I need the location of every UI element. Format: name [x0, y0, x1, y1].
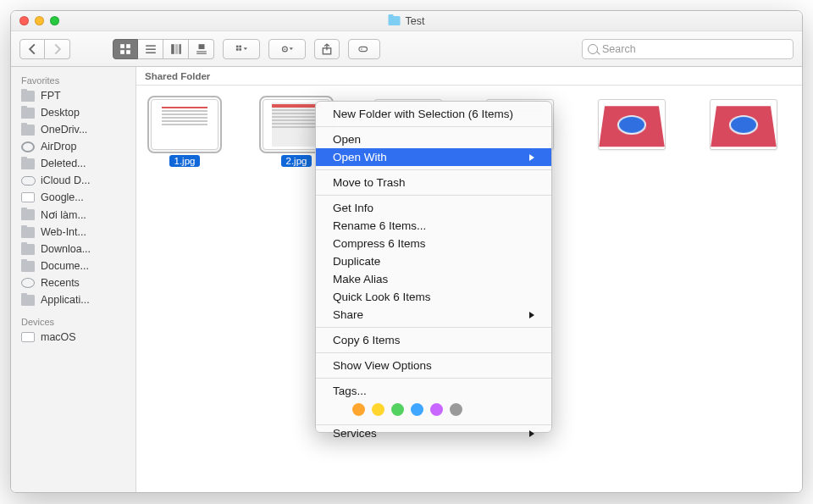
menu-open[interactable]: Open	[316, 130, 551, 148]
svg-rect-14	[239, 45, 241, 47]
folder-icon	[389, 16, 401, 25]
search-field[interactable]: Search	[582, 39, 794, 59]
menu-services[interactable]: Services	[316, 424, 551, 442]
tag-red[interactable]	[333, 403, 346, 416]
tag-green[interactable]	[391, 403, 404, 416]
sidebar: Favorites FPT Desktop OneDriv... AirDrop…	[11, 67, 136, 492]
folder-icon	[21, 108, 35, 119]
svg-rect-15	[236, 48, 239, 51]
folder-icon	[21, 158, 35, 169]
share-button[interactable]	[314, 39, 340, 59]
tag-colors-row	[316, 400, 551, 421]
sidebar-item-desktop[interactable]: Desktop	[11, 104, 136, 121]
search-placeholder: Search	[602, 43, 636, 55]
svg-point-18	[285, 48, 286, 50]
sidebar-item-onedrive[interactable]: OneDriv...	[11, 121, 136, 138]
tag-purple[interactable]	[430, 403, 443, 416]
fullscreen-icon[interactable]	[50, 16, 59, 25]
minimize-icon[interactable]	[35, 16, 44, 25]
sidebar-item-applications[interactable]: Applicati...	[11, 291, 136, 308]
menu-new-folder-selection[interactable]: New Folder with Selection (6 Items)	[316, 105, 551, 123]
separator	[316, 126, 551, 127]
icon-view-button[interactable]	[113, 39, 138, 59]
menu-rename[interactable]: Rename 6 Items...	[316, 217, 551, 235]
menu-show-view-options[interactable]: Show View Options	[316, 357, 551, 374]
coverflow-view-button[interactable]	[189, 39, 214, 59]
tag-gray[interactable]	[450, 403, 462, 416]
menu-get-info[interactable]: Get Info	[316, 199, 551, 217]
svg-rect-13	[236, 45, 239, 47]
sidebar-item-documents[interactable]: Docume...	[11, 258, 136, 274]
tags-button[interactable]	[348, 39, 380, 59]
svg-point-21	[361, 48, 362, 50]
sidebar-item-google[interactable]: Google...	[11, 189, 136, 206]
column-view-button[interactable]	[163, 39, 189, 59]
svg-rect-11	[196, 51, 207, 52]
svg-rect-9	[179, 44, 180, 54]
separator	[316, 352, 551, 353]
menu-duplicate[interactable]: Duplicate	[316, 252, 551, 270]
sidebar-item-airdrop[interactable]: AirDrop	[11, 138, 136, 155]
sidebar-item-places[interactable]: Nơi làm...	[11, 206, 136, 224]
svg-rect-2	[120, 50, 124, 54]
svg-rect-5	[146, 48, 156, 50]
tag-yellow[interactable]	[372, 403, 384, 416]
svg-rect-20	[359, 47, 368, 51]
separator	[316, 327, 551, 328]
separator: Services	[316, 424, 551, 425]
airdrop-icon	[21, 141, 35, 152]
sidebar-heading-devices: Devices	[11, 313, 136, 329]
list-view-button[interactable]	[138, 39, 163, 59]
svg-rect-7	[171, 44, 174, 54]
folder-icon	[21, 91, 35, 102]
back-button[interactable]	[19, 39, 45, 59]
sidebar-item-macos[interactable]: macOS	[11, 329, 136, 346]
tag-blue[interactable]	[411, 403, 423, 416]
path-header: Shared Folder	[136, 67, 802, 86]
menu-quick-look[interactable]: Quick Look 6 Items	[316, 288, 551, 306]
close-icon[interactable]	[19, 16, 29, 25]
sidebar-item-icloud[interactable]: iCloud D...	[11, 172, 136, 189]
sidebar-item-deleted[interactable]: Deleted...	[11, 155, 136, 172]
svg-rect-6	[146, 52, 156, 53]
nav-buttons	[19, 39, 70, 59]
menu-make-alias[interactable]: Make Alias	[316, 270, 551, 288]
tag-orange[interactable]	[352, 403, 365, 416]
clock-icon	[21, 278, 35, 288]
title-text: Test	[406, 15, 425, 27]
separator	[316, 195, 551, 196]
svg-rect-12	[196, 53, 207, 53]
svg-rect-4	[146, 45, 156, 47]
menu-compress[interactable]: Compress 6 Items	[316, 235, 551, 252]
menu-move-to-trash[interactable]: Move to Trash	[316, 174, 551, 191]
sidebar-item-fpt[interactable]: FPT	[11, 87, 136, 104]
menu-tags[interactable]: Tags...	[316, 382, 551, 400]
window-title: Test	[389, 15, 425, 27]
context-menu: New Folder with Selection (6 Items) Open…	[315, 101, 552, 433]
sidebar-item-downloads[interactable]: Downloa...	[11, 241, 136, 258]
sidebar-item-webint[interactable]: Web-Int...	[11, 224, 136, 241]
file-item[interactable]: 1.jpg	[148, 99, 221, 167]
menu-copy[interactable]: Copy 6 Items	[316, 331, 551, 349]
arrange-button[interactable]	[223, 39, 260, 59]
file-item[interactable]	[707, 99, 780, 150]
menu-open-with[interactable]: Open With	[316, 148, 551, 166]
folder-icon	[21, 227, 35, 238]
svg-rect-1	[126, 44, 130, 48]
menu-share[interactable]: Share	[316, 306, 551, 324]
folder-icon	[21, 261, 35, 272]
sidebar-heading-favorites: Favorites	[11, 72, 136, 87]
folder-icon	[21, 125, 35, 136]
drive-icon	[21, 192, 35, 202]
svg-rect-8	[174, 44, 178, 54]
sidebar-item-recents[interactable]: Recents	[11, 274, 136, 291]
folder-icon	[21, 209, 35, 220]
apps-icon	[21, 295, 35, 306]
action-button[interactable]	[268, 39, 306, 59]
folder-icon	[21, 244, 35, 255]
forward-button[interactable]	[45, 39, 70, 59]
svg-rect-16	[239, 48, 241, 51]
file-item[interactable]	[595, 99, 668, 150]
svg-rect-10	[198, 44, 204, 49]
separator	[316, 169, 551, 170]
